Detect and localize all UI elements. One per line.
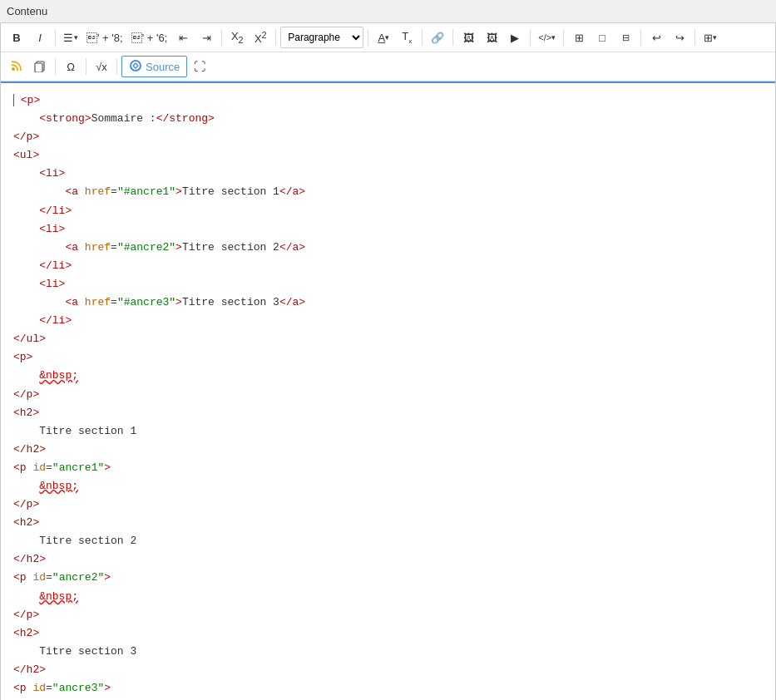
source-circle-icon: [129, 59, 142, 75]
superscript-icon: X2: [255, 30, 267, 45]
superscript-button[interactable]: X2: [250, 27, 271, 48]
link-icon: 🔗: [431, 32, 444, 44]
html-button[interactable]: </> ▾: [535, 27, 559, 48]
code-line: Titre section 1: [13, 422, 763, 441]
omega-icon: Ω: [67, 61, 75, 73]
align-button[interactable]: ☰ ▾: [60, 27, 82, 48]
separator-10: [694, 29, 695, 46]
code-line: </li>: [13, 202, 763, 220]
code-line: </h2>: [13, 661, 763, 679]
table-icon: ⊞: [575, 32, 584, 44]
code-line: </li>: [13, 312, 763, 330]
html-dropdown-icon: ▾: [551, 33, 556, 42]
italic-button[interactable]: I: [29, 27, 51, 48]
clipboard-icon: [33, 59, 47, 75]
table-insert-button[interactable]: ⊞ ▾: [699, 27, 721, 48]
code-line: <p id="ancre2">: [13, 569, 763, 587]
code-line: <p id="ancre1">: [13, 459, 763, 477]
outdent-button[interactable]: ⇤: [172, 27, 194, 48]
undo-button[interactable]: ↩: [645, 27, 667, 48]
separator-r2-3: [116, 58, 117, 75]
clear-format-button[interactable]: Tx: [396, 27, 418, 48]
bold-button[interactable]: B: [6, 27, 27, 48]
svg-point-0: [12, 67, 15, 71]
image-button[interactable]: 🖼: [457, 27, 479, 48]
code-line: </ul>: [13, 330, 763, 348]
svg-rect-2: [35, 63, 42, 72]
code-line: </h2>: [13, 441, 763, 459]
code-line: <li>: [13, 165, 763, 183]
code-line: &nbsp;: [13, 588, 763, 606]
separator-4: [368, 29, 368, 46]
code-line: <h2>: [13, 514, 763, 532]
code-line: <strong>Sommaire :</strong>: [13, 110, 763, 128]
indent-icon: ⇥: [202, 32, 211, 44]
separator-r2-2: [86, 58, 86, 75]
paragraph-select[interactable]: Paragraphe: [280, 27, 363, 48]
code-line: <p>: [13, 348, 763, 367]
omega-button[interactable]: Ω: [60, 56, 82, 77]
fullscreen-icon: ⛶: [194, 60, 205, 73]
separator-3: [275, 29, 276, 46]
sqrt-icon: √x: [96, 61, 107, 73]
code-line: </p>: [13, 128, 763, 146]
source-label: Source: [146, 61, 180, 73]
table-insert-dropdown-icon: ▾: [713, 33, 717, 42]
code-line: <p id="ancre3">: [13, 679, 763, 698]
redo-button[interactable]: ↪: [669, 27, 690, 48]
media-button[interactable]: ▶: [504, 27, 526, 48]
cell-icon: □: [599, 32, 605, 44]
list-unordered-icon: ' + '6;: [131, 32, 168, 44]
toolbar-row1: B I ☰ ▾ ' + '8; ' + '6; ⇤ ⇥ X2 X2: [1, 23, 775, 52]
image2-button[interactable]: 🖼: [481, 27, 502, 48]
code-line: <a href="#ancre3">Titre section 3</a>: [13, 293, 763, 312]
rss-icon: [11, 60, 22, 74]
svg-point-3: [131, 61, 141, 71]
separator-7: [530, 29, 531, 46]
outdent-icon: ⇤: [179, 32, 188, 44]
separator-r2-1: [55, 58, 56, 75]
separator-5: [422, 29, 423, 46]
code-line: <li>: [13, 275, 763, 293]
code-line: </p>: [13, 386, 763, 404]
list-unordered-button[interactable]: ' + '6;: [128, 27, 171, 48]
list-ordered-icon: ' + '8;: [86, 32, 123, 44]
code-line: Titre section 3: [13, 643, 763, 661]
code-line: </h2>: [13, 550, 763, 569]
link-button[interactable]: 🔗: [427, 27, 448, 48]
tableprops-icon: ⊟: [622, 32, 630, 43]
tableprops-button[interactable]: ⊟: [615, 27, 636, 48]
rss-button[interactable]: [6, 56, 27, 77]
indent-button[interactable]: ⇥: [195, 27, 217, 48]
code-line: <ul>: [13, 146, 763, 165]
list-ordered-button[interactable]: ' + '8;: [83, 27, 126, 48]
align-icon: ☰: [63, 32, 73, 44]
clear-format-icon: Tx: [402, 30, 412, 45]
subscript-button[interactable]: X2: [226, 27, 248, 48]
redo-icon: ↪: [675, 32, 685, 44]
cell-button[interactable]: □: [591, 27, 613, 48]
code-line: <p>: [13, 91, 763, 110]
editor-container: B I ☰ ▾ ' + '8; ' + '6; ⇤ ⇥ X2 X2: [0, 22, 776, 700]
table-insert-icon: ⊞: [704, 32, 713, 44]
image-icon: 🖼: [463, 32, 474, 44]
code-line: <li>: [13, 220, 763, 239]
source-button[interactable]: Source: [121, 56, 187, 77]
table-button[interactable]: ⊞: [568, 27, 590, 48]
sqrt-button[interactable]: √x: [91, 56, 112, 77]
fullscreen-button[interactable]: ⛶: [189, 56, 210, 77]
font-color-icon: A: [378, 32, 385, 44]
code-line: </p>: [13, 606, 763, 624]
font-color-button[interactable]: A ▾: [373, 27, 394, 48]
code-line: <a href="#ancre2">Titre section 2</a>: [13, 239, 763, 257]
separator-9: [640, 29, 641, 46]
code-line: </p>: [13, 495, 763, 514]
code-line: <h2>: [13, 404, 763, 422]
code-line: Titre section 2: [13, 532, 763, 550]
code-line: &nbsp;: [13, 477, 763, 495]
clipboard-button[interactable]: [29, 56, 51, 77]
code-line: <h2>: [13, 624, 763, 643]
separator-6: [452, 29, 453, 46]
code-area[interactable]: <p> <strong>Sommaire :</strong></p><ul> …: [1, 81, 775, 700]
toolbar-row2: Ω √x Source ⛶: [1, 52, 775, 81]
